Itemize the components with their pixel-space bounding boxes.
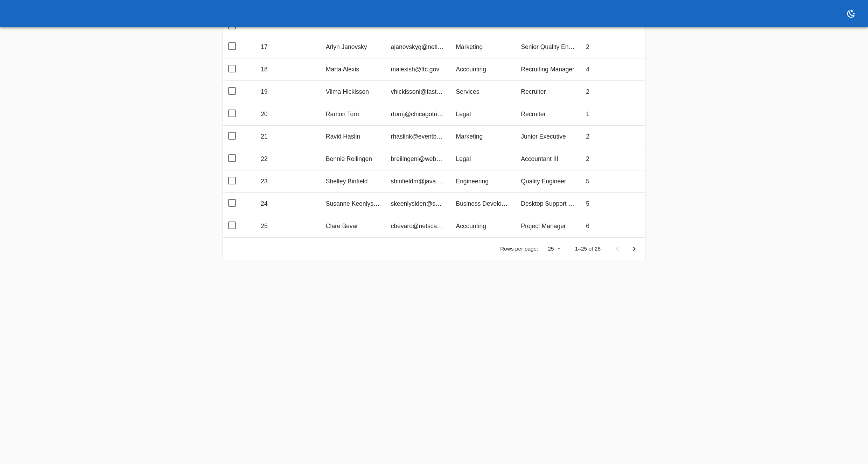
cell-experience: 6 [580,215,645,237]
cell-title: Recruiter [515,103,580,125]
cell-email: rtorrij@chicagotribune.com [385,103,450,125]
cell-name: Arlyn Janovsky [320,36,385,58]
row-checkbox[interactable] [228,27,236,29]
theme-toggle-button[interactable] [843,5,860,22]
cell-department: Accounting [450,215,515,237]
chevron-left-icon [613,245,622,253]
chevron-right-icon [630,245,638,253]
next-page-button[interactable] [626,240,643,257]
table-row: 25Clare Bevarcbevaro@netscape.comAccount… [223,215,645,237]
row-checkbox[interactable] [228,222,236,229]
cell-id: 23 [255,170,320,192]
table-row: 20Ramon Torrirtorrij@chicagotribune.comL… [223,103,645,125]
cell-experience: 1 [580,103,645,125]
rows-per-page-label: Rows per page: [500,246,538,252]
cell-experience: 4 [580,58,645,80]
cell-department: Legal [450,148,515,170]
cell-id: 18 [255,58,320,80]
cell-experience: 5 [580,192,645,215]
row-checkbox[interactable] [228,87,236,95]
cell-email: skeenlysiden@samsung.com [385,192,450,215]
table-row: 18Marta Alexismalexish@ftc.govAccounting… [223,58,645,80]
cell-department: Marketing [450,36,515,58]
cell-title: Recruiter [515,80,580,103]
cell-id: 24 [255,192,320,215]
table-row: 24Susanne Keenlysi…skeenlysiden@samsung.… [223,192,645,215]
cell-email: rhaslink@eventbrite.com [385,125,450,148]
cell-name: Ramon Torri [320,103,385,125]
cell-id: 25 [255,215,320,237]
cell-title: Recruiting Manager [515,58,580,80]
row-checkbox[interactable] [228,65,236,72]
cell-experience: 2 [580,125,645,148]
cell-email: vhickissoni@fastcompany.com [385,80,450,103]
table-row: 19Vilma Hickissonvhickissoni@fastcompany… [223,80,645,103]
cell-email: sbinfieldm@java.com [385,170,450,192]
cell-title: Senior Quality En… [515,36,580,58]
employee-table: 17Arlyn Janovskyajanovskyg@netlog.comMar… [223,24,645,238]
cell-name: Clare Bevar [320,215,385,237]
cell-email: malexish@ftc.gov [385,58,450,80]
cell-email: breilingenl@webmd.com [385,148,450,170]
pagination-range: 1–25 of 28 [575,246,601,252]
row-checkbox[interactable] [228,42,236,50]
cell-name: Marta Alexis [320,58,385,80]
cell-title: Junior Executive [515,125,580,148]
cell-department: Business Develop… [450,192,515,215]
cell-email: cbevaro@netscape.com [385,215,450,237]
cell-department: Services [450,80,515,103]
cell-experience: 5 [580,170,645,192]
cell-title: Desktop Support … [515,192,580,215]
table-row: 21Ravid Haslinrhaslink@eventbrite.comMar… [223,125,645,148]
cell-title: Accountant III [515,148,580,170]
row-checkbox[interactable] [228,132,236,140]
cell-title: Project Manager [515,215,580,237]
cell-experience: 2 [580,148,645,170]
moon-icon [846,9,856,19]
cell-experience: 2 [580,80,645,103]
row-checkbox[interactable] [228,154,236,162]
cell-id: 17 [255,36,320,58]
table-row: 17Arlyn Janovskyajanovskyg@netlog.comMar… [223,36,645,58]
cell-email: ajanovskyg@netlog.com [385,36,450,58]
data-table-card: 17Arlyn Janovskyajanovskyg@netlog.comMar… [223,24,645,260]
app-topbar [0,0,868,27]
dropdown-icon [555,245,562,252]
cell-name: Bennie Reilingen [320,148,385,170]
cell-department: Marketing [450,125,515,148]
cell-name: Shelley Binfield [320,170,385,192]
table-footer: Rows per page: 25 1–25 of 28 [223,238,645,260]
cell-department: Accounting [450,58,515,80]
cell-name: Vilma Hickisson [320,80,385,103]
cell-experience: 2 [580,36,645,58]
cell-id: 22 [255,148,320,170]
table-row: 22Bennie Reilingenbreilingenl@webmd.comL… [223,148,645,170]
cell-name: Susanne Keenlysi… [320,192,385,215]
cell-department: Engineering [450,170,515,192]
rows-per-page-value: 25 [548,246,554,252]
table-row: 23Shelley Binfieldsbinfieldm@java.comEng… [223,170,645,192]
cell-id: 21 [255,125,320,148]
cell-department: Legal [450,103,515,125]
row-checkbox[interactable] [228,110,236,117]
cell-id: 19 [255,80,320,103]
cell-name: Ravid Haslin [320,125,385,148]
row-checkbox[interactable] [228,177,236,184]
row-checkbox[interactable] [228,199,236,207]
rows-per-page-select[interactable]: 25 [548,245,562,252]
cell-id: 20 [255,103,320,125]
cell-title: Quality Engineer [515,170,580,192]
prev-page-button[interactable] [609,240,626,257]
